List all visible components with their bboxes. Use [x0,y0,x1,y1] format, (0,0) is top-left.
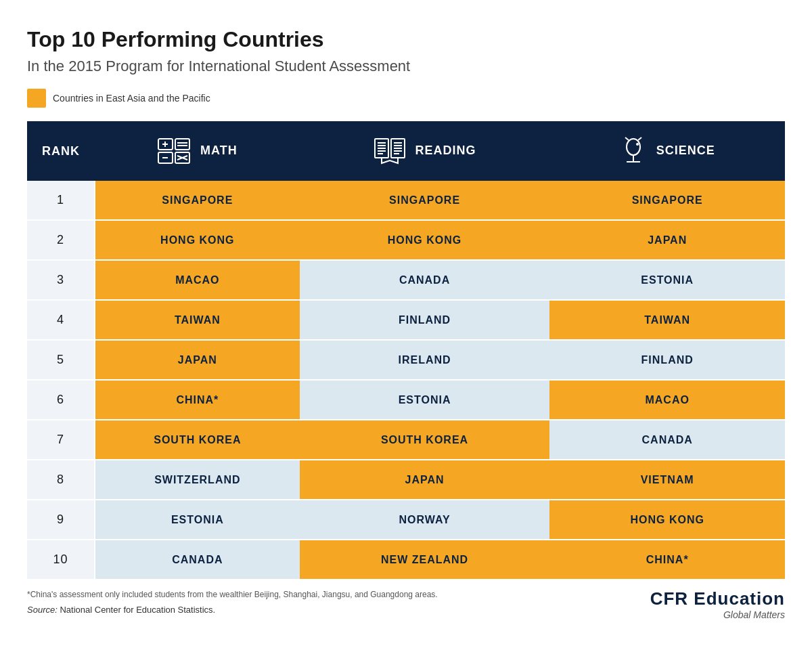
reading-cell: ESTONIA [300,380,550,420]
science-cell: ESTONIA [549,260,785,300]
header-rank: RANK [27,121,95,181]
reading-cell: SINGAPORE [300,181,550,220]
legend-label: Countries in East Asia and the Pacific [53,93,210,104]
table-row: 1SINGAPORESINGAPORESINGAPORE [27,181,785,220]
svg-rect-3 [175,139,189,150]
reading-cell: NORWAY [300,500,550,540]
science-cell: FINLAND [549,340,785,380]
cfr-text: CFR [650,588,688,609]
cfr-name: CFR Education [650,588,785,609]
science-cell: SINGAPORE [549,181,785,220]
math-cell: HONG KONG [95,220,300,260]
reading-cell: CANADA [300,260,550,300]
table-row: 4TAIWANFINLANDTAIWAN [27,300,785,340]
math-cell: SINGAPORE [95,181,300,220]
reading-icon [374,137,406,165]
source-label: Source: [27,605,58,615]
table-row: 8SWITZERLANDJAPANVIETNAM [27,460,785,500]
science-cell: JAPAN [549,220,785,260]
rank-cell: 9 [27,500,95,540]
header-math: MATH [95,121,300,181]
rank-cell: 6 [27,380,95,420]
math-icon [157,137,191,165]
math-cell: CANADA [95,540,300,580]
rank-cell: 4 [27,300,95,340]
header-science: SCIENCE [549,121,785,181]
reading-cell: NEW ZEALAND [300,540,550,580]
footnote-text: *China's assessment only included studen… [27,590,438,599]
math-cell: ESTONIA [95,500,300,540]
reading-header-label: READING [415,144,476,157]
math-cell: CHINA* [95,380,300,420]
science-cell: CANADA [549,420,785,460]
math-cell: MACAO [95,260,300,300]
rank-cell: 1 [27,181,95,220]
page-title: Top 10 Performing Countries [27,27,785,52]
legend: Countries in East Asia and the Pacific [27,89,785,108]
science-cell: CHINA* [549,540,785,580]
legend-swatch [27,89,46,108]
svg-line-24 [625,137,629,140]
science-cell: MACAO [549,380,785,420]
header-reading: READING [300,121,550,181]
reading-cell: FINLAND [300,300,550,340]
math-cell: SWITZERLAND [95,460,300,500]
reading-cell: JAPAN [300,460,550,500]
table-header-row: RANK [27,121,785,181]
table-row: 7SOUTH KOREASOUTH KOREACANADA [27,420,785,460]
svg-point-23 [627,139,640,155]
source-line: Source: National Center for Education St… [27,605,438,615]
rank-cell: 10 [27,540,95,580]
cfr-tagline: Global Matters [650,609,785,620]
science-cell: HONG KONG [549,500,785,540]
math-cell: SOUTH KOREA [95,420,300,460]
math-cell: TAIWAN [95,300,300,340]
rank-cell: 8 [27,460,95,500]
math-cell: JAPAN [95,340,300,380]
reading-cell: HONG KONG [300,220,550,260]
table-row: 2HONG KONGHONG KONGJAPAN [27,220,785,260]
footnotes-block: *China's assessment only included studen… [27,590,438,620]
table-row: 6CHINA*ESTONIAMACAO [27,380,785,420]
rank-cell: 5 [27,340,95,380]
table-row: 9ESTONIANORWAYHONG KONG [27,500,785,540]
rank-cell: 2 [27,220,95,260]
rank-cell: 7 [27,420,95,460]
rank-cell: 3 [27,260,95,300]
science-icon [620,136,647,166]
science-header-label: SCIENCE [656,144,715,157]
source-value: National Center for Education Statistics… [60,605,215,615]
science-cell: VIETNAM [549,460,785,500]
ranking-table: RANK [27,121,785,580]
reading-cell: SOUTH KOREA [300,420,550,460]
footer: *China's assessment only included studen… [27,588,785,620]
svg-point-28 [636,143,639,146]
reading-cell: IRELAND [300,340,550,380]
math-header-label: MATH [200,144,238,157]
cfr-logo: CFR Education Global Matters [650,588,785,620]
table-row: 3MACAOCANADAESTONIA [27,260,785,300]
table-row: 5JAPANIRELANDFINLAND [27,340,785,380]
page-subtitle: In the 2015 Program for International St… [27,58,785,75]
science-cell: TAIWAN [549,300,785,340]
table-row: 10CANADANEW ZEALANDCHINA* [27,540,785,580]
cfr-education: Education [694,588,785,609]
svg-line-25 [638,137,641,140]
